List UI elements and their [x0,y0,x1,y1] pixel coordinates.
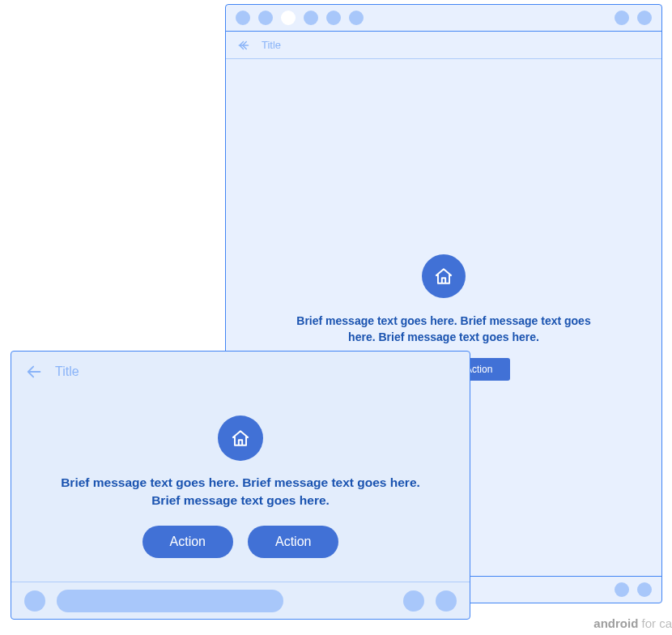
nav-dot-icon[interactable] [24,590,45,612]
watermark-text: android for ca [593,616,672,630]
phone-nav-bar [11,582,470,619]
tablet-status-bar [226,5,661,32]
nav-dot-icon[interactable] [436,590,457,612]
watermark-suffix: for ca [638,616,672,630]
tablet-app-bar: Title [226,32,661,59]
back-button[interactable] [26,363,44,381]
arrow-back-icon [237,38,252,53]
message-icon-container [218,416,263,461]
message-text: Brief message text goes here. Brief mess… [54,474,427,510]
button-label: Action [275,535,311,549]
button-label: Action [170,535,206,549]
message-icon-container [422,254,466,298]
phone-message-pane: Brief message text goes here. Brief mess… [11,392,470,582]
nav-dot-icon[interactable] [637,582,652,597]
arrow-back-icon [26,363,44,381]
status-dot-icon [326,11,341,25]
home-icon [433,266,454,287]
status-dot-icon [349,11,364,25]
message-text: Brief message text goes here. Brief mess… [282,313,606,346]
status-dot-icon [637,11,652,25]
status-dot-icon [304,11,318,25]
primary-action-button[interactable]: Action [142,526,233,558]
app-bar-title: Title [55,364,79,379]
secondary-action-button[interactable]: Action [248,526,338,558]
status-left-group [236,11,364,25]
nav-dot-icon[interactable] [403,590,424,612]
status-dot-icon [236,11,250,25]
nav-pill-icon[interactable] [57,590,283,612]
app-bar-title: Title [262,39,281,51]
watermark-brand: android [593,616,638,630]
nav-dot-icon[interactable] [615,582,629,597]
home-icon [230,428,251,449]
status-dot-icon [258,11,273,25]
status-right-group [615,11,652,25]
phone-app-bar: Title [11,352,470,392]
back-button[interactable] [237,38,252,53]
phone-frame: Title Brief message text goes here. Brie… [11,351,470,620]
phone-action-row: Action Action [142,526,339,558]
status-dot-active-icon [281,11,296,25]
nav-right-group [615,582,652,597]
status-dot-icon [615,11,629,25]
